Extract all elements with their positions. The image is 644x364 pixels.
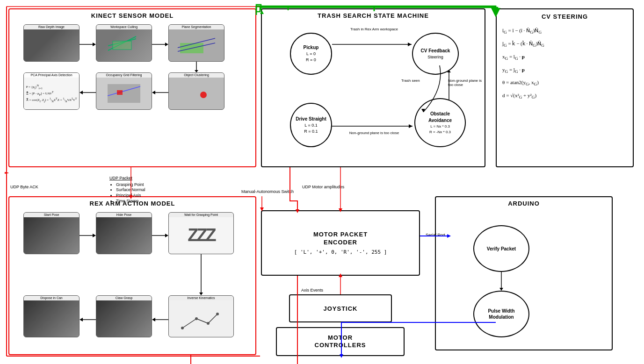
- arrow-rex-r1-1: [80, 231, 96, 240]
- svg-rect-8: [117, 90, 123, 95]
- plane-seg-thumb: Plane Segmentation: [168, 24, 224, 62]
- wait-grasping-label: Wait for Grasping Point: [169, 213, 233, 217]
- drive-straight-state: Drive Straight L = 0.1 R = 0.1: [290, 103, 332, 147]
- workspace-culling-thumb: Workspace Culling: [96, 24, 152, 62]
- start-pose-img: [24, 217, 79, 254]
- kinect-title: KINECT SENSOR MODEL: [91, 12, 174, 19]
- svg-line-30: [208, 314, 217, 323]
- svg-marker-12: [93, 43, 96, 46]
- inv-kin-thumb: Inverse Kinematics: [168, 295, 234, 337]
- trash-seen-label: Trash seen: [401, 79, 420, 83]
- trash-in-rex-label: Trash in Rex Arm workspace: [334, 27, 414, 31]
- svg-marker-36: [93, 234, 96, 237]
- kinect-sensor-model-box: KINECT SENSOR MODEL Raw Depth Image Work…: [8, 8, 256, 167]
- svg-line-29: [196, 319, 208, 323]
- pca-thumb: PCA Principal Axis Detection P = {pi}Ni=…: [23, 72, 80, 110]
- cv-drive-arrow: [421, 65, 444, 112]
- svg-marker-25: [409, 124, 412, 128]
- verify-packet-circle: Verify Packet: [473, 225, 529, 272]
- occ-grid-content: [96, 78, 152, 109]
- plane-seg-content: [169, 29, 224, 61]
- svg-marker-22: [408, 43, 412, 46]
- joystick-title: JOYSTICK: [323, 305, 357, 312]
- pca-content: P = {pi}Ni=1 Z̄ = [P - μP] = UAVT X̄ = c…: [24, 78, 79, 109]
- inv-kin-label: Inverse Kinematics: [169, 296, 233, 300]
- inv-kin-img: [169, 300, 233, 337]
- motor-ctrl-title: MOTOR CONTROLLERS: [315, 334, 366, 349]
- manual-autonomous-label: Manual-Autonomous Switch: [241, 189, 294, 195]
- svg-point-31: [181, 327, 184, 329]
- occ-grid-thumb: Occupancy Grid Filtering: [96, 72, 152, 110]
- hide-pose-label: Hide Pose: [96, 213, 152, 217]
- raw-depth-content: [24, 29, 79, 61]
- svg-marker-40: [80, 318, 83, 321]
- svg-rect-9: [180, 84, 213, 103]
- svg-marker-38: [165, 234, 168, 237]
- hide-pose-img: [96, 217, 152, 254]
- serial-port-label: Serial Port: [426, 233, 445, 238]
- svg-marker-42: [152, 318, 155, 321]
- wait-grasping-thumb: Wait for Grasping Point ZZZ: [168, 212, 234, 254]
- pickup-state: Pickup L = 0 R = 0: [290, 33, 332, 75]
- svg-marker-46: [499, 288, 503, 291]
- obj-cluster-label: Object Clustering: [169, 73, 224, 78]
- svg-rect-6: [108, 84, 140, 103]
- trash-search-box: TRASH SEARCH STATE MACHINE Pickup L = 0 …: [261, 8, 485, 167]
- svg-marker-16: [80, 91, 83, 94]
- svg-marker-20: [195, 70, 198, 72]
- diagram-container: KINECT SENSOR MODEL Raw Depth Image Work…: [0, 0, 644, 364]
- arrow-rex-r2-1: [80, 315, 96, 324]
- svg-marker-27: [447, 70, 451, 72]
- cv-formula-6: d = √(x²G + y²G): [502, 92, 627, 101]
- pwm-circle: Pulse Width Modulation: [473, 291, 529, 337]
- cv-steering-title: CV STEERING: [502, 13, 627, 20]
- hide-pose-thumb: Hide Pose: [96, 212, 152, 254]
- arrow-rex-r2-2: [152, 315, 168, 324]
- drive-obstacle-arrow: [332, 121, 416, 131]
- verify-pwm-arrow: [497, 272, 506, 291]
- claw-grasp-img: [96, 300, 152, 337]
- cv-formula-5: θ = atan2(yG, xG): [502, 79, 627, 88]
- start-pose-thumb: Start Pose: [23, 212, 80, 254]
- dispose-img: [24, 300, 79, 337]
- svg-line-28: [182, 319, 196, 328]
- axis-events-label: Axis Events: [301, 288, 323, 293]
- udp-byte-ack-label: UDP Byte ACK: [10, 185, 38, 190]
- svg-marker-18: [152, 91, 155, 94]
- arrow-rex-r1-2: [152, 231, 168, 240]
- occ-grid-label: Occupancy Grid Filtering: [96, 73, 152, 78]
- udp-packet-list: Grasping Point Surface Normal Principal …: [109, 182, 145, 204]
- motor-controllers-box: MOTOR CONTROLLERS: [276, 327, 405, 356]
- motor-encoder-title: MOTOR PACKET ENCODER: [313, 231, 368, 247]
- obj-cluster-thumb: Object Clustering: [168, 72, 224, 110]
- trash-title: TRASH SEARCH STATE MACHINE: [318, 12, 429, 19]
- pickup-cv-arrow: [332, 35, 416, 54]
- arrow-r1-2: [152, 40, 168, 49]
- motor-encoder-formula: [ 'L', '+', 0, 'R', '-', 255 ]: [294, 249, 387, 255]
- dispose-thumb: Dispose in Can: [23, 295, 80, 337]
- pca-label: PCA Principal Axis Detection: [24, 73, 79, 78]
- arduino-box: ARDUINO Verify Packet Pulse Width Modula…: [435, 196, 613, 350]
- svg-marker-51: [5, 172, 8, 174]
- wait-grasping-content: ZZZ: [169, 217, 233, 254]
- non-ground-1-label: Non-ground plane is too close: [332, 131, 416, 135]
- joystick-box: JOYSTICK: [289, 294, 392, 322]
- arrow-r1-1: [80, 40, 96, 49]
- svg-point-34: [216, 313, 219, 315]
- claw-grasp-thumb: Claw Grasp: [96, 295, 152, 337]
- arrow-r2-2: [152, 88, 168, 97]
- svg-point-33: [207, 322, 210, 325]
- cv-formula-1: îG = î − (î · N̂G)N̂G: [502, 27, 627, 36]
- cv-steering-box: CV STEERING îG = î − (î · N̂G)N̂G ĵG = k…: [496, 8, 634, 167]
- arrow-r2-1: [80, 88, 96, 97]
- rex-arm-box: REX ARM ACTION MODEL Start Pose Hide Pos…: [8, 196, 256, 355]
- svg-marker-44: [199, 293, 203, 295]
- motor-encoder-box: MOTOR PACKET ENCODER [ 'L', '+', 0, 'R',…: [261, 210, 420, 276]
- dispose-label: Dispose in Can: [24, 296, 79, 300]
- raw-depth-thumb: Raw Depth Image: [23, 24, 80, 62]
- workspace-culling-label: Workspace Culling: [96, 25, 152, 29]
- svg-point-32: [195, 317, 198, 320]
- arduino-title: ARDUINO: [508, 200, 540, 207]
- claw-grasp-label: Claw Grasp: [96, 296, 152, 300]
- svg-rect-2: [113, 41, 131, 50]
